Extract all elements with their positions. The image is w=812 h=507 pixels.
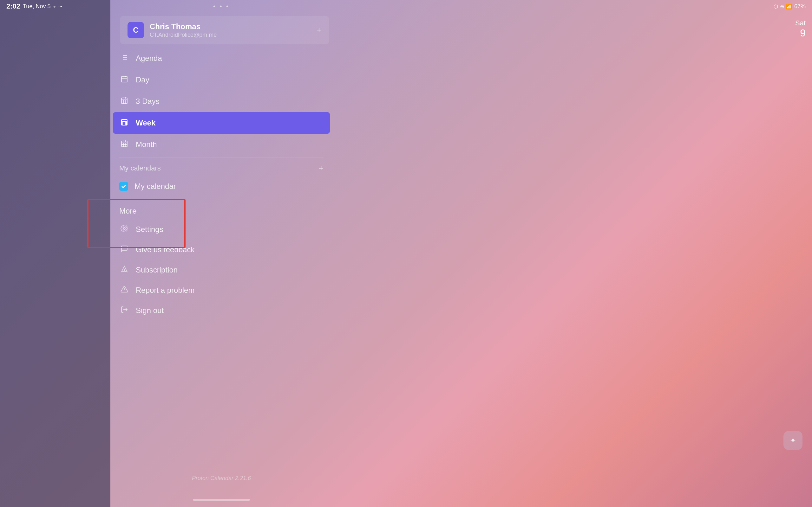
- date-day: Sat: [795, 19, 806, 27]
- nav-divider: [119, 157, 323, 158]
- bluetooth-icon: ⬡: [774, 3, 778, 9]
- month-label: Month: [136, 140, 157, 149]
- more-section-title: More: [110, 203, 333, 219]
- settings-item[interactable]: Settings: [110, 219, 333, 239]
- top-dots-bar: • • •: [110, 0, 333, 13]
- day-icon: [119, 75, 130, 84]
- report-label: Report a problem: [136, 286, 194, 295]
- nav-item-agenda[interactable]: Agenda: [110, 48, 333, 69]
- widget-icon: ✦: [790, 436, 796, 445]
- subscription-icon: [119, 265, 130, 275]
- subscription-item[interactable]: Subscription: [110, 260, 333, 280]
- feedback-icon: [119, 245, 130, 255]
- agenda-icon: [119, 54, 130, 63]
- calendars-title: My calendars: [119, 164, 161, 172]
- date-num: 9: [795, 27, 806, 39]
- nav-item-day[interactable]: Day: [110, 69, 333, 91]
- report-item[interactable]: Report a problem: [110, 280, 333, 300]
- svg-rect-24: [121, 141, 127, 147]
- account-row[interactable]: C Chris Thomas CT.AndroidPolice@pm.me +: [120, 16, 329, 44]
- more-section: More Settings Give us feedback Subscript…: [110, 203, 333, 321]
- battery-indicator: 67%: [794, 3, 806, 10]
- three-dots-icon[interactable]: • • •: [213, 3, 230, 10]
- dot-icon: ●: [53, 4, 55, 9]
- svg-rect-10: [121, 98, 127, 104]
- month-icon: [119, 140, 130, 149]
- signout-label: Sign out: [136, 306, 164, 315]
- time-display: 2:02: [6, 2, 20, 10]
- widget-button[interactable]: ✦: [783, 431, 803, 450]
- calendar-item-my[interactable]: My calendar: [110, 177, 333, 196]
- date-display: Tue, Nov 5: [23, 3, 50, 10]
- week-icon: [119, 118, 130, 128]
- calendar-divider: [119, 198, 323, 198]
- calendars-section-header: My calendars +: [110, 159, 333, 177]
- 3days-label: 3 Days: [136, 97, 159, 106]
- settings-icon: [119, 225, 130, 234]
- left-panel: [0, 0, 110, 507]
- report-icon: [119, 285, 130, 295]
- agenda-label: Agenda: [136, 54, 162, 63]
- week-label: Week: [136, 118, 155, 127]
- account-name: Chris Thomas: [150, 22, 311, 31]
- svg-point-31: [123, 228, 125, 229]
- day-label: Day: [136, 75, 149, 84]
- more-status-icon: ···: [58, 4, 62, 9]
- add-account-button[interactable]: +: [316, 25, 322, 35]
- nav-item-week[interactable]: Week: [113, 112, 330, 134]
- 3days-icon: [119, 97, 130, 106]
- signout-item[interactable]: Sign out: [110, 300, 333, 321]
- account-info: Chris Thomas CT.AndroidPolice@pm.me: [150, 22, 311, 38]
- account-avatar: C: [128, 22, 144, 38]
- nav-item-3days[interactable]: 3 Days: [110, 91, 333, 112]
- subscription-label: Subscription: [136, 266, 177, 274]
- my-calendar-checkbox[interactable]: [119, 182, 128, 191]
- feedback-item[interactable]: Give us feedback: [110, 239, 333, 260]
- status-bar-left: 2:02 Tue, Nov 5 ● ···: [6, 2, 62, 10]
- wifi-icon: 📶: [786, 3, 792, 9]
- feedback-label: Give us feedback: [136, 245, 194, 254]
- date-indicator: Sat 9: [795, 19, 806, 39]
- nav-item-month[interactable]: Month: [110, 134, 333, 155]
- status-bar-right: ⬡ ⊕ 📶 67%: [774, 3, 806, 10]
- my-calendar-label: My calendar: [135, 182, 176, 191]
- version-text: Proton Calendar 2.21.6: [110, 475, 333, 482]
- nav-section: Agenda Day 3 Days: [110, 48, 333, 200]
- svg-rect-6: [121, 76, 127, 82]
- location-icon: ⊕: [780, 3, 784, 9]
- home-bar: [193, 499, 250, 501]
- bottom-indicator: [110, 499, 333, 501]
- account-email: CT.AndroidPolice@pm.me: [150, 32, 311, 38]
- settings-label: Settings: [136, 225, 163, 234]
- add-calendar-button[interactable]: +: [319, 163, 323, 173]
- signout-icon: [119, 306, 130, 315]
